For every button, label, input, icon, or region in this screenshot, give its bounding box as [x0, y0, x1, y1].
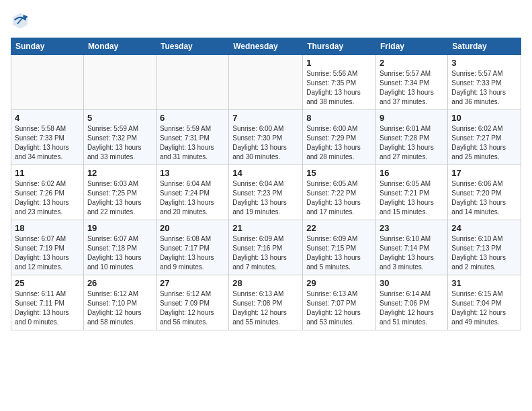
calendar-cell: 13Sunrise: 6:04 AM Sunset: 7:24 PM Dayli… — [156, 165, 228, 220]
day-number: 2 — [380, 58, 444, 68]
day-number: 26 — [87, 278, 152, 288]
calendar-cell: 9Sunrise: 6:01 AM Sunset: 7:28 PM Daylig… — [376, 110, 448, 165]
calendar-cell: 15Sunrise: 6:05 AM Sunset: 7:22 PM Dayli… — [303, 165, 376, 220]
day-info: Sunrise: 5:57 AM Sunset: 7:33 PM Dayligh… — [451, 69, 517, 107]
logo — [11, 11, 32, 30]
day-info: Sunrise: 6:04 AM Sunset: 7:23 PM Dayligh… — [232, 179, 299, 217]
calendar-cell: 3Sunrise: 5:57 AM Sunset: 7:33 PM Daylig… — [448, 55, 521, 110]
day-info: Sunrise: 6:12 AM Sunset: 7:09 PM Dayligh… — [160, 289, 225, 327]
calendar-cell — [229, 55, 303, 110]
day-info: Sunrise: 5:57 AM Sunset: 7:34 PM Dayligh… — [380, 69, 444, 107]
calendar-cell: 8Sunrise: 6:00 AM Sunset: 7:29 PM Daylig… — [303, 110, 376, 165]
day-number: 25 — [15, 278, 80, 288]
day-number: 6 — [160, 113, 225, 123]
weekday-header-monday: Monday — [83, 38, 156, 55]
weekday-header-thursday: Thursday — [303, 38, 376, 55]
day-info: Sunrise: 6:09 AM Sunset: 7:15 PM Dayligh… — [306, 234, 372, 272]
weekday-header-row: SundayMondayTuesdayWednesdayThursdayFrid… — [11, 38, 521, 55]
day-info: Sunrise: 6:13 AM Sunset: 7:07 PM Dayligh… — [306, 289, 372, 327]
weekday-header-friday: Friday — [376, 38, 448, 55]
day-info: Sunrise: 5:59 AM Sunset: 7:32 PM Dayligh… — [87, 124, 152, 162]
calendar-cell: 19Sunrise: 6:07 AM Sunset: 7:18 PM Dayli… — [83, 220, 156, 275]
day-info: Sunrise: 6:10 AM Sunset: 7:14 PM Dayligh… — [380, 234, 444, 272]
day-number: 15 — [306, 168, 372, 178]
day-info: Sunrise: 5:58 AM Sunset: 7:33 PM Dayligh… — [15, 124, 80, 162]
day-number: 12 — [87, 168, 152, 178]
day-number: 31 — [451, 278, 517, 288]
calendar-cell: 2Sunrise: 5:57 AM Sunset: 7:34 PM Daylig… — [376, 55, 448, 110]
calendar: SundayMondayTuesdayWednesdayThursdayFrid… — [11, 38, 521, 330]
day-number: 8 — [306, 113, 372, 123]
calendar-cell: 24Sunrise: 6:10 AM Sunset: 7:13 PM Dayli… — [448, 220, 521, 275]
weekday-header-sunday: Sunday — [11, 38, 84, 55]
day-number: 27 — [160, 278, 225, 288]
day-info: Sunrise: 6:02 AM Sunset: 7:26 PM Dayligh… — [15, 179, 80, 217]
calendar-cell — [11, 55, 84, 110]
calendar-cell: 1Sunrise: 5:56 AM Sunset: 7:35 PM Daylig… — [303, 55, 376, 110]
logo-icon — [11, 11, 30, 30]
day-info: Sunrise: 6:03 AM Sunset: 7:25 PM Dayligh… — [87, 179, 152, 217]
day-info: Sunrise: 6:09 AM Sunset: 7:16 PM Dayligh… — [232, 234, 299, 272]
day-info: Sunrise: 6:04 AM Sunset: 7:24 PM Dayligh… — [160, 179, 225, 217]
calendar-cell: 28Sunrise: 6:13 AM Sunset: 7:08 PM Dayli… — [229, 275, 303, 330]
calendar-cell: 4Sunrise: 5:58 AM Sunset: 7:33 PM Daylig… — [11, 110, 84, 165]
calendar-cell: 14Sunrise: 6:04 AM Sunset: 7:23 PM Dayli… — [229, 165, 303, 220]
calendar-cell: 20Sunrise: 6:08 AM Sunset: 7:17 PM Dayli… — [156, 220, 228, 275]
day-number: 14 — [232, 168, 299, 178]
weekday-header-wednesday: Wednesday — [229, 38, 303, 55]
calendar-cell: 26Sunrise: 6:12 AM Sunset: 7:10 PM Dayli… — [83, 275, 156, 330]
calendar-cell: 11Sunrise: 6:02 AM Sunset: 7:26 PM Dayli… — [11, 165, 84, 220]
day-info: Sunrise: 6:05 AM Sunset: 7:22 PM Dayligh… — [306, 179, 372, 217]
day-info: Sunrise: 6:01 AM Sunset: 7:28 PM Dayligh… — [380, 124, 444, 162]
day-number: 3 — [451, 58, 517, 68]
day-number: 19 — [87, 223, 152, 233]
day-number: 5 — [87, 113, 152, 123]
calendar-cell: 18Sunrise: 6:07 AM Sunset: 7:19 PM Dayli… — [11, 220, 84, 275]
calendar-cell: 23Sunrise: 6:10 AM Sunset: 7:14 PM Dayli… — [376, 220, 448, 275]
day-info: Sunrise: 6:02 AM Sunset: 7:27 PM Dayligh… — [451, 124, 517, 162]
calendar-cell: 30Sunrise: 6:14 AM Sunset: 7:06 PM Dayli… — [376, 275, 448, 330]
calendar-cell: 5Sunrise: 5:59 AM Sunset: 7:32 PM Daylig… — [83, 110, 156, 165]
day-info: Sunrise: 6:13 AM Sunset: 7:08 PM Dayligh… — [232, 289, 299, 327]
day-info: Sunrise: 6:00 AM Sunset: 7:29 PM Dayligh… — [306, 124, 372, 162]
day-number: 4 — [15, 113, 80, 123]
day-info: Sunrise: 6:00 AM Sunset: 7:30 PM Dayligh… — [232, 124, 299, 162]
day-info: Sunrise: 5:59 AM Sunset: 7:31 PM Dayligh… — [160, 124, 225, 162]
day-number: 23 — [380, 223, 444, 233]
day-info: Sunrise: 6:14 AM Sunset: 7:06 PM Dayligh… — [380, 289, 444, 327]
day-info: Sunrise: 6:07 AM Sunset: 7:19 PM Dayligh… — [15, 234, 80, 272]
calendar-cell: 22Sunrise: 6:09 AM Sunset: 7:15 PM Dayli… — [303, 220, 376, 275]
day-number: 13 — [160, 168, 225, 178]
day-info: Sunrise: 6:10 AM Sunset: 7:13 PM Dayligh… — [451, 234, 517, 272]
day-number: 1 — [306, 58, 372, 68]
day-number: 7 — [232, 113, 299, 123]
calendar-cell: 7Sunrise: 6:00 AM Sunset: 7:30 PM Daylig… — [229, 110, 303, 165]
calendar-cell: 17Sunrise: 6:06 AM Sunset: 7:20 PM Dayli… — [448, 165, 521, 220]
calendar-cell: 31Sunrise: 6:15 AM Sunset: 7:04 PM Dayli… — [448, 275, 521, 330]
day-number: 18 — [15, 223, 80, 233]
week-row-4: 18Sunrise: 6:07 AM Sunset: 7:19 PM Dayli… — [11, 220, 521, 275]
calendar-cell: 10Sunrise: 6:02 AM Sunset: 7:27 PM Dayli… — [448, 110, 521, 165]
day-info: Sunrise: 6:15 AM Sunset: 7:04 PM Dayligh… — [451, 289, 517, 327]
calendar-cell: 25Sunrise: 6:11 AM Sunset: 7:11 PM Dayli… — [11, 275, 84, 330]
calendar-cell: 6Sunrise: 5:59 AM Sunset: 7:31 PM Daylig… — [156, 110, 228, 165]
day-info: Sunrise: 6:05 AM Sunset: 7:21 PM Dayligh… — [380, 179, 444, 217]
day-number: 11 — [15, 168, 80, 178]
day-number: 10 — [451, 113, 517, 123]
day-info: Sunrise: 6:08 AM Sunset: 7:17 PM Dayligh… — [160, 234, 225, 272]
day-info: Sunrise: 6:11 AM Sunset: 7:11 PM Dayligh… — [15, 289, 80, 327]
calendar-cell — [83, 55, 156, 110]
weekday-header-saturday: Saturday — [448, 38, 521, 55]
calendar-cell — [156, 55, 228, 110]
day-number: 28 — [232, 278, 299, 288]
day-number: 20 — [160, 223, 225, 233]
day-number: 21 — [232, 223, 299, 233]
week-row-5: 25Sunrise: 6:11 AM Sunset: 7:11 PM Dayli… — [11, 275, 521, 330]
page: SundayMondayTuesdayWednesdayThursdayFrid… — [0, 0, 532, 411]
day-info: Sunrise: 5:56 AM Sunset: 7:35 PM Dayligh… — [306, 69, 372, 107]
day-number: 30 — [380, 278, 444, 288]
calendar-cell: 21Sunrise: 6:09 AM Sunset: 7:16 PM Dayli… — [229, 220, 303, 275]
week-row-3: 11Sunrise: 6:02 AM Sunset: 7:26 PM Dayli… — [11, 165, 521, 220]
day-number: 9 — [380, 113, 444, 123]
day-info: Sunrise: 6:07 AM Sunset: 7:18 PM Dayligh… — [87, 234, 152, 272]
